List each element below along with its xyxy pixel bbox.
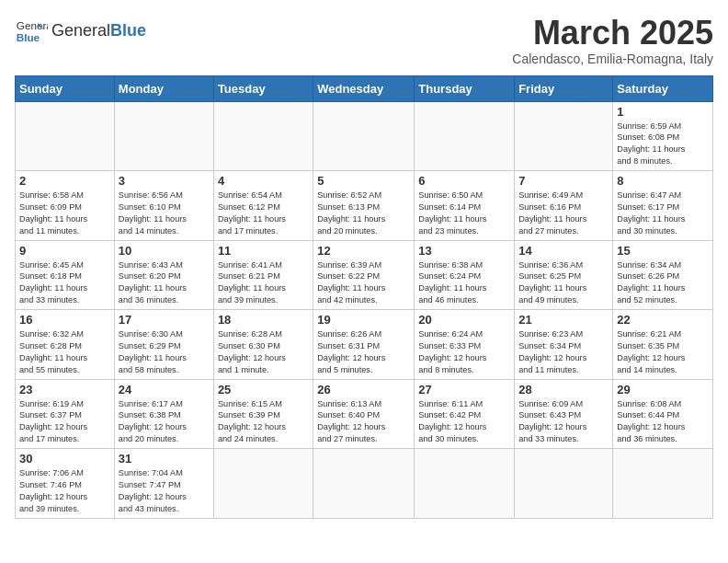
logo-blue: Blue xyxy=(110,21,146,40)
calendar-week-row: 1Sunrise: 6:59 AM Sunset: 6:08 PM Daylig… xyxy=(16,101,713,171)
calendar-cell: 22Sunrise: 6:21 AM Sunset: 6:35 PM Dayli… xyxy=(613,310,713,380)
weekday-header-friday: Friday xyxy=(515,75,613,101)
weekday-header-saturday: Saturday xyxy=(613,75,713,101)
calendar-cell xyxy=(313,101,415,171)
day-number: 17 xyxy=(119,313,210,327)
day-number: 5 xyxy=(317,174,410,188)
logo-general: General xyxy=(51,21,110,40)
day-info: Sunrise: 6:09 AM Sunset: 6:43 PM Dayligh… xyxy=(518,398,609,446)
day-info: Sunrise: 6:15 AM Sunset: 6:39 PM Dayligh… xyxy=(218,398,309,446)
calendar-cell: 11Sunrise: 6:41 AM Sunset: 6:21 PM Dayli… xyxy=(213,240,313,310)
day-number: 3 xyxy=(119,174,210,188)
calendar-cell: 29Sunrise: 6:08 AM Sunset: 6:44 PM Dayli… xyxy=(613,379,713,449)
day-number: 1 xyxy=(617,105,709,119)
day-number: 26 xyxy=(317,383,410,396)
calendar-cell: 18Sunrise: 6:28 AM Sunset: 6:30 PM Dayli… xyxy=(213,310,313,380)
day-number: 22 xyxy=(617,313,709,327)
day-number: 11 xyxy=(218,244,309,258)
day-number: 31 xyxy=(119,452,210,465)
day-number: 2 xyxy=(19,174,110,188)
day-number: 28 xyxy=(518,383,609,396)
day-number: 18 xyxy=(218,313,309,327)
day-number: 21 xyxy=(518,313,609,327)
day-number: 29 xyxy=(617,383,709,396)
day-info: Sunrise: 6:08 AM Sunset: 6:44 PM Dayligh… xyxy=(617,398,709,446)
day-number: 30 xyxy=(19,452,110,465)
day-number: 6 xyxy=(418,174,510,188)
day-number: 15 xyxy=(617,244,709,258)
calendar-cell: 15Sunrise: 6:34 AM Sunset: 6:26 PM Dayli… xyxy=(613,240,713,310)
calendar-cell: 28Sunrise: 6:09 AM Sunset: 6:43 PM Dayli… xyxy=(515,379,613,449)
day-info: Sunrise: 6:58 AM Sunset: 6:09 PM Dayligh… xyxy=(19,190,110,237)
day-number: 4 xyxy=(218,174,309,188)
calendar-cell xyxy=(114,101,213,171)
day-info: Sunrise: 6:21 AM Sunset: 6:35 PM Dayligh… xyxy=(617,328,709,376)
calendar-cell: 16Sunrise: 6:32 AM Sunset: 6:28 PM Dayli… xyxy=(16,310,115,380)
calendar-cell: 19Sunrise: 6:26 AM Sunset: 6:31 PM Dayli… xyxy=(313,310,415,380)
day-number: 10 xyxy=(119,244,210,258)
day-info: Sunrise: 6:54 AM Sunset: 6:12 PM Dayligh… xyxy=(218,190,309,237)
calendar-cell: 23Sunrise: 6:19 AM Sunset: 6:37 PM Dayli… xyxy=(16,379,115,449)
day-number: 25 xyxy=(218,383,309,396)
calendar-cell xyxy=(415,101,515,171)
day-info: Sunrise: 6:23 AM Sunset: 6:34 PM Dayligh… xyxy=(518,328,609,376)
day-number: 24 xyxy=(119,383,210,396)
calendar-cell: 10Sunrise: 6:43 AM Sunset: 6:20 PM Dayli… xyxy=(114,240,213,310)
calendar-week-row: 16Sunrise: 6:32 AM Sunset: 6:28 PM Dayli… xyxy=(16,310,713,380)
day-info: Sunrise: 6:49 AM Sunset: 6:16 PM Dayligh… xyxy=(518,190,609,237)
header: General Blue GeneralBlue March 2025 Cale… xyxy=(15,15,713,66)
day-info: Sunrise: 6:39 AM Sunset: 6:22 PM Dayligh… xyxy=(317,259,410,307)
day-number: 19 xyxy=(317,313,410,327)
calendar-cell: 5Sunrise: 6:52 AM Sunset: 6:13 PM Daylig… xyxy=(313,171,415,241)
calendar-cell: 2Sunrise: 6:58 AM Sunset: 6:09 PM Daylig… xyxy=(16,171,115,241)
calendar-cell: 31Sunrise: 7:04 AM Sunset: 7:47 PM Dayli… xyxy=(114,449,213,519)
subtitle: Calendasco, Emilia-Romagna, Italy xyxy=(512,52,713,66)
day-number: 9 xyxy=(19,244,110,258)
calendar-cell xyxy=(515,101,613,171)
month-title: March 2025 xyxy=(512,15,713,52)
day-info: Sunrise: 6:36 AM Sunset: 6:25 PM Dayligh… xyxy=(518,259,609,307)
day-info: Sunrise: 6:13 AM Sunset: 6:40 PM Dayligh… xyxy=(317,398,410,446)
day-info: Sunrise: 6:11 AM Sunset: 6:42 PM Dayligh… xyxy=(418,398,510,446)
calendar-cell: 12Sunrise: 6:39 AM Sunset: 6:22 PM Dayli… xyxy=(313,240,415,310)
svg-text:Blue: Blue xyxy=(17,31,40,43)
day-info: Sunrise: 6:56 AM Sunset: 6:10 PM Dayligh… xyxy=(119,190,210,237)
day-info: Sunrise: 6:41 AM Sunset: 6:21 PM Dayligh… xyxy=(218,259,309,307)
day-number: 20 xyxy=(418,313,510,327)
day-info: Sunrise: 6:28 AM Sunset: 6:30 PM Dayligh… xyxy=(218,328,309,376)
calendar-cell: 9Sunrise: 6:45 AM Sunset: 6:18 PM Daylig… xyxy=(16,240,115,310)
day-number: 12 xyxy=(317,244,410,258)
calendar-week-row: 2Sunrise: 6:58 AM Sunset: 6:09 PM Daylig… xyxy=(16,171,713,241)
weekday-header-wednesday: Wednesday xyxy=(313,75,415,101)
day-info: Sunrise: 6:50 AM Sunset: 6:14 PM Dayligh… xyxy=(418,190,510,237)
calendar-cell xyxy=(613,449,713,519)
day-number: 23 xyxy=(19,383,110,396)
calendar-cell: 1Sunrise: 6:59 AM Sunset: 6:08 PM Daylig… xyxy=(613,101,713,171)
day-number: 14 xyxy=(518,244,609,258)
day-info: Sunrise: 6:38 AM Sunset: 6:24 PM Dayligh… xyxy=(418,259,510,307)
day-info: Sunrise: 6:32 AM Sunset: 6:28 PM Dayligh… xyxy=(19,328,110,376)
weekday-header-monday: Monday xyxy=(114,75,213,101)
calendar-cell xyxy=(16,101,115,171)
calendar-cell: 8Sunrise: 6:47 AM Sunset: 6:17 PM Daylig… xyxy=(613,171,713,241)
calendar-cell: 27Sunrise: 6:11 AM Sunset: 6:42 PM Dayli… xyxy=(415,379,515,449)
weekday-header-row: SundayMondayTuesdayWednesdayThursdayFrid… xyxy=(16,75,713,101)
day-info: Sunrise: 6:52 AM Sunset: 6:13 PM Dayligh… xyxy=(317,190,410,237)
calendar: SundayMondayTuesdayWednesdayThursdayFrid… xyxy=(15,75,713,519)
day-info: Sunrise: 6:45 AM Sunset: 6:18 PM Dayligh… xyxy=(19,259,110,307)
day-info: Sunrise: 6:59 AM Sunset: 6:08 PM Dayligh… xyxy=(617,121,709,168)
calendar-cell: 6Sunrise: 6:50 AM Sunset: 6:14 PM Daylig… xyxy=(415,171,515,241)
calendar-cell: 26Sunrise: 6:13 AM Sunset: 6:40 PM Dayli… xyxy=(313,379,415,449)
calendar-cell xyxy=(213,101,313,171)
calendar-cell: 4Sunrise: 6:54 AM Sunset: 6:12 PM Daylig… xyxy=(213,171,313,241)
day-info: Sunrise: 6:19 AM Sunset: 6:37 PM Dayligh… xyxy=(19,398,110,446)
calendar-cell: 17Sunrise: 6:30 AM Sunset: 6:29 PM Dayli… xyxy=(114,310,213,380)
calendar-cell: 25Sunrise: 6:15 AM Sunset: 6:39 PM Dayli… xyxy=(213,379,313,449)
day-number: 27 xyxy=(418,383,510,396)
calendar-week-row: 23Sunrise: 6:19 AM Sunset: 6:37 PM Dayli… xyxy=(16,379,713,449)
calendar-cell: 24Sunrise: 6:17 AM Sunset: 6:38 PM Dayli… xyxy=(114,379,213,449)
weekday-header-thursday: Thursday xyxy=(415,75,515,101)
day-info: Sunrise: 7:06 AM Sunset: 7:46 PM Dayligh… xyxy=(19,467,110,515)
calendar-cell: 13Sunrise: 6:38 AM Sunset: 6:24 PM Dayli… xyxy=(415,240,515,310)
logo: General Blue GeneralBlue xyxy=(15,15,146,48)
